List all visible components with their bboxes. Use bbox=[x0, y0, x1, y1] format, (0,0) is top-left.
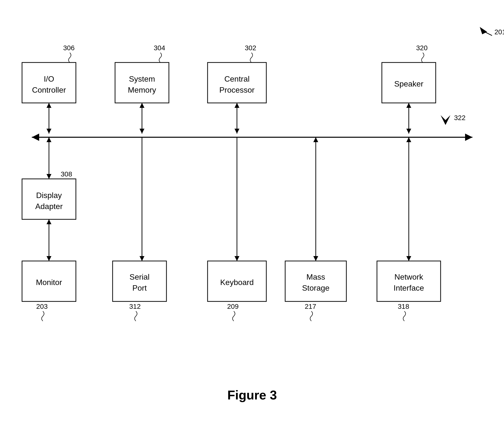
ref-201: 201 bbox=[480, 27, 504, 36]
svg-marker-36 bbox=[47, 174, 51, 179]
svg-text:Port: Port bbox=[132, 284, 147, 292]
svg-marker-13 bbox=[47, 103, 51, 108]
svg-text:201: 201 bbox=[494, 28, 504, 36]
svg-marker-67 bbox=[406, 137, 411, 142]
svg-marker-34 bbox=[406, 129, 411, 134]
svg-text:Network: Network bbox=[394, 273, 423, 281]
svg-text:Controller: Controller bbox=[32, 86, 66, 94]
svg-text:Speaker: Speaker bbox=[394, 79, 423, 88]
svg-text:Keyboard: Keyboard bbox=[220, 278, 254, 287]
svg-marker-43 bbox=[47, 219, 51, 224]
svg-text:Interface: Interface bbox=[394, 284, 424, 292]
svg-marker-21 bbox=[140, 129, 144, 134]
svg-marker-27 bbox=[234, 103, 239, 108]
svg-text:322: 322 bbox=[454, 114, 466, 122]
svg-marker-55 bbox=[234, 256, 239, 261]
svg-marker-4 bbox=[32, 134, 39, 141]
svg-text:302: 302 bbox=[245, 44, 256, 52]
svg-text:Storage: Storage bbox=[302, 284, 329, 292]
serial-port-box: Serial Port 312 bbox=[113, 137, 166, 321]
svg-text:Central: Central bbox=[224, 74, 249, 83]
svg-text:209: 209 bbox=[227, 303, 239, 310]
diagram-container: 201 322 306 I/O Controller bbox=[0, 0, 504, 434]
svg-text:Mass: Mass bbox=[306, 273, 325, 281]
svg-text:304: 304 bbox=[154, 44, 165, 52]
svg-marker-60 bbox=[313, 137, 318, 142]
svg-marker-61 bbox=[313, 256, 318, 261]
central-processor-box: 302 Central Processor bbox=[208, 44, 266, 134]
svg-text:Display: Display bbox=[36, 191, 62, 200]
svg-marker-5 bbox=[465, 134, 472, 141]
svg-marker-20 bbox=[140, 103, 144, 108]
display-adapter-box: 308 Display Adapter bbox=[22, 137, 76, 219]
svg-marker-37 bbox=[47, 137, 51, 142]
svg-text:Monitor: Monitor bbox=[36, 278, 62, 287]
svg-marker-33 bbox=[406, 103, 411, 108]
keyboard-box: Keyboard 209 bbox=[208, 137, 266, 321]
svg-text:312: 312 bbox=[129, 303, 141, 310]
svg-text:203: 203 bbox=[36, 303, 48, 310]
svg-text:217: 217 bbox=[305, 303, 316, 310]
ref-322: 322 bbox=[441, 114, 466, 125]
svg-text:I/O: I/O bbox=[44, 74, 54, 83]
svg-text:308: 308 bbox=[61, 170, 72, 178]
svg-marker-0 bbox=[480, 27, 487, 34]
svg-text:Serial: Serial bbox=[129, 273, 150, 281]
figure-label: Figure 3 bbox=[227, 388, 277, 402]
svg-marker-28 bbox=[234, 129, 239, 134]
svg-text:318: 318 bbox=[398, 303, 409, 310]
svg-text:306: 306 bbox=[63, 44, 75, 52]
svg-text:Processor: Processor bbox=[219, 86, 255, 94]
svg-marker-49 bbox=[140, 256, 144, 261]
svg-text:320: 320 bbox=[416, 44, 428, 52]
svg-text:System: System bbox=[129, 74, 155, 83]
speaker-box: 320 Speaker bbox=[382, 44, 436, 134]
svg-marker-44 bbox=[47, 256, 51, 261]
svg-marker-6 bbox=[441, 115, 450, 125]
system-bus bbox=[32, 134, 472, 141]
system-memory-box: 304 System Memory bbox=[115, 44, 169, 134]
io-controller-box: 306 I/O Controller bbox=[22, 44, 76, 134]
mass-storage-box: Mass Storage 217 bbox=[285, 137, 346, 321]
svg-marker-68 bbox=[406, 256, 411, 261]
network-interface-box: Network Interface 318 bbox=[377, 137, 441, 321]
svg-text:Adapter: Adapter bbox=[35, 202, 63, 211]
svg-marker-14 bbox=[47, 129, 51, 134]
monitor-box: Monitor 203 bbox=[22, 219, 76, 321]
svg-text:Memory: Memory bbox=[128, 86, 156, 94]
